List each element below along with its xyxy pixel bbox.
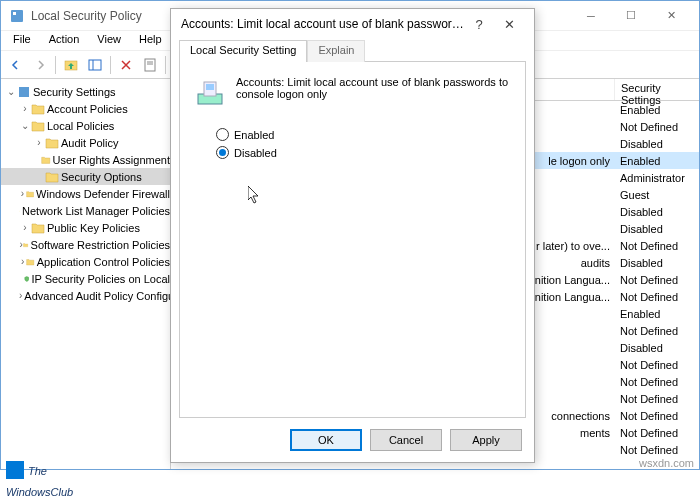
tree-item[interactable]: ›Software Restriction Policies xyxy=(1,236,170,253)
menu-view[interactable]: View xyxy=(89,31,129,50)
svg-rect-3 xyxy=(89,60,101,70)
show-hide-tree-button[interactable] xyxy=(84,54,106,76)
tree-item[interactable]: ›Advanced Audit Policy Configuration xyxy=(1,287,170,304)
tree-item[interactable]: ›Public Key Policies xyxy=(1,219,170,236)
svg-rect-0 xyxy=(11,10,23,22)
dialog-tabs: Local Security Setting Explain xyxy=(171,39,534,61)
tree-item[interactable]: ⌄Local Policies xyxy=(1,117,170,134)
dialog-close-button[interactable]: ✕ xyxy=(494,17,524,32)
toolbar-separator xyxy=(55,56,56,74)
dialog-title: Accounts: Limit local account use of bla… xyxy=(181,17,464,31)
tree-root[interactable]: ⌄Security Settings xyxy=(1,83,170,100)
tree-item[interactable]: Network List Manager Policies xyxy=(1,202,170,219)
svg-rect-1 xyxy=(13,12,16,15)
ok-button[interactable]: OK xyxy=(290,429,362,451)
tree-pane[interactable]: ⌄Security Settings›Account Policies⌄Loca… xyxy=(1,79,171,469)
radio-enabled[interactable] xyxy=(216,128,229,141)
forward-button[interactable] xyxy=(29,54,51,76)
tree-item[interactable]: ›Application Control Policies xyxy=(1,253,170,270)
toolbar-separator xyxy=(110,56,111,74)
policy-description-row: Accounts: Limit local account use of bla… xyxy=(194,76,511,108)
radio-disabled-row[interactable]: Disabled xyxy=(216,146,511,159)
cancel-button[interactable]: Cancel xyxy=(370,429,442,451)
tree-item[interactable]: User Rights Assignment xyxy=(1,151,170,168)
dialog-titlebar: Accounts: Limit local account use of bla… xyxy=(171,9,534,39)
maximize-button[interactable]: ☐ xyxy=(611,2,651,30)
tree-item[interactable]: Security Options xyxy=(1,168,170,185)
apply-button[interactable]: Apply xyxy=(450,429,522,451)
dialog-help-button[interactable]: ? xyxy=(464,17,494,32)
minimize-button[interactable]: ─ xyxy=(571,2,611,30)
menu-help[interactable]: Help xyxy=(131,31,170,50)
properties-button[interactable] xyxy=(139,54,161,76)
menu-action[interactable]: Action xyxy=(41,31,88,50)
up-button[interactable] xyxy=(60,54,82,76)
toolbar-separator xyxy=(165,56,166,74)
svg-rect-5 xyxy=(145,59,155,71)
tab-explain[interactable]: Explain xyxy=(307,40,365,62)
radio-enabled-row[interactable]: Enabled xyxy=(216,128,511,141)
wsxdn-watermark: wsxdn.com xyxy=(639,457,694,469)
policy-description-text: Accounts: Limit local account use of bla… xyxy=(236,76,511,108)
dialog-body: Accounts: Limit local account use of bla… xyxy=(179,61,526,418)
watermark-square-icon xyxy=(6,461,24,479)
close-button[interactable]: ✕ xyxy=(651,2,691,30)
svg-rect-13 xyxy=(206,84,214,90)
tree-item[interactable]: ›Windows Defender Firewall xyxy=(1,185,170,202)
policy-icon xyxy=(194,76,226,108)
svg-rect-10 xyxy=(19,87,29,97)
delete-button[interactable] xyxy=(115,54,137,76)
properties-dialog: Accounts: Limit local account use of bla… xyxy=(170,8,535,463)
radio-disabled[interactable] xyxy=(216,146,229,159)
column-security-setting[interactable]: Security Settings xyxy=(614,79,699,100)
app-icon xyxy=(9,8,25,24)
back-button[interactable] xyxy=(5,54,27,76)
tree-item[interactable]: ›Audit Policy xyxy=(1,134,170,151)
thewindowsclub-watermark: The WindowsClub xyxy=(6,458,73,499)
tree-item[interactable]: ›Account Policies xyxy=(1,100,170,117)
radio-enabled-label: Enabled xyxy=(234,129,274,141)
menu-file[interactable]: File xyxy=(5,31,39,50)
tree-item[interactable]: IP Security Policies on Local xyxy=(1,270,170,287)
tab-local-security-setting[interactable]: Local Security Setting xyxy=(179,40,307,62)
dialog-buttons: OK Cancel Apply xyxy=(171,418,534,462)
radio-disabled-label: Disabled xyxy=(234,147,277,159)
